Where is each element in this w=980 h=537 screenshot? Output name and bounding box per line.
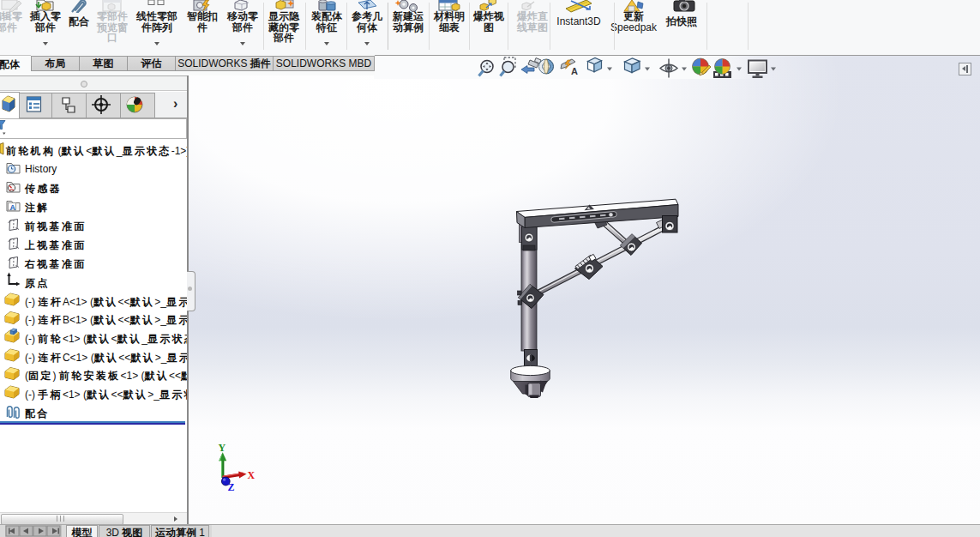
svg-text:Z: Z bbox=[228, 481, 235, 493]
svg-text:Y: Y bbox=[219, 442, 226, 454]
svg-text:X: X bbox=[248, 469, 256, 481]
svg-text:A: A bbox=[10, 203, 16, 212]
svg-text:A: A bbox=[571, 66, 578, 76]
